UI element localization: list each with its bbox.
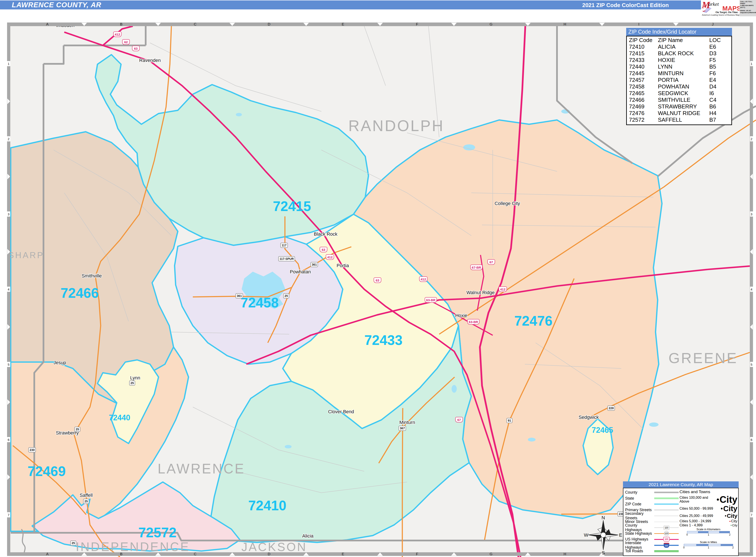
zip-index-table: ZIP Code Index/Grid Locator ZIP Code ZIP… [626,28,732,125]
cell-zip: 72457 [629,77,658,83]
us-highway-shield: 67-BR [470,265,483,270]
cell-loc: D4 [709,83,726,90]
state-highway-shield: 117-SPUR [278,256,295,261]
county-label-jackson: JACKSON [241,540,307,554]
zip-label-72410: 72410 [248,498,286,513]
town-label-clover-bend: Clover Bend [328,409,354,414]
cell-loc: E4 [709,77,726,83]
county-label-sharp: SHARP [8,251,44,260]
city-class-label: Cities 1 - 4,999 [679,523,703,527]
shield-number: 63 [322,248,325,252]
compass-e-label: E [619,532,622,538]
grid-letter: E [342,22,344,26]
zip-label-72466: 72466 [61,285,99,301]
table-row: 72445MINTURNF6 [629,70,729,77]
city-class-row: Cities 5,000 - 24,999City [679,519,737,523]
zip-index-header-row: ZIP Code ZIP Name LOC [629,37,729,43]
grid-letter: B [120,22,122,26]
map-legend: 2021 Lawrence County, AR Map County Stat… [623,481,739,555]
state-highway-shield: 230 [28,447,36,452]
table-row: 72466SMITHVILLEC4 [629,97,729,103]
city-dot-icon [729,521,730,522]
town-label-black-rock: Black Rock [314,231,338,237]
us-highway-shield: 412 [419,276,427,282]
state-highway-shield: 25 [283,293,289,298]
scale-mi-title: Scale in Miles [684,540,733,544]
zip-index-title: ZIP Code Index/Grid Locator [626,28,732,36]
cell-loc: H4 [709,110,726,117]
grid-number: 5 [8,363,9,367]
us-highway-shield: 62 [122,39,130,45]
legend-item-county: County [625,490,679,495]
table-row: 72465SEDGWICKI6 [629,90,729,97]
city-class-row: Cities 1 - 4,999City [679,523,737,527]
cell-zip: 72466 [629,97,658,103]
grid-letter: J [712,22,714,26]
shield-number: 361 [237,294,242,298]
city-class-label: Cities 25,000 - 49,999 [679,514,713,518]
city-class-row: Cities 25,000 - 49,999City [679,512,737,519]
shield-number: 67 [457,418,461,421]
logo-tagline: On Target. On Time. [716,11,738,14]
us-highway-shield: 412 [113,31,121,37]
shield-number: 412 [327,255,332,259]
grid-letter: B [120,552,122,556]
us-highway-shield: 63-BR [467,319,479,325]
state-highway-shield: 117 [281,243,288,248]
cell-name: SAFFELL [658,117,709,123]
scale-tick: 0 [687,533,688,536]
town-label-minturn: Minturn [399,420,415,425]
contact-call-label: CALL US TOLL FREE! [740,1,755,4]
city-dot-icon [721,508,723,509]
grid-number: 6 [8,438,9,442]
table-row: 72410ALICIAE6 [629,43,729,50]
town-label-lynn: Lynn [130,375,140,380]
city-class-label: Cities 50,000 - 99,999 [679,507,713,510]
grid-letter: D [268,22,270,26]
legend-label: Toll Roads [625,549,654,553]
city-dot-icon [725,515,726,517]
grid-letter: C [194,22,197,26]
grid-letter: A [46,552,49,556]
compass-n-label: N [602,515,605,520]
town-label-powhatan: Powhatan [290,269,311,274]
grid-number: 1 [751,62,752,65]
cities-and-towns-header: Cities and Towns [679,490,737,494]
grid-letter: G [490,552,492,556]
legend-label: State Highways [625,531,654,536]
shield-number: 91 [508,419,511,422]
shield-number: 367 [400,427,405,430]
shield-number: 412 [115,33,120,36]
contact-email: mapsales@MarketMAPS.com [740,11,755,13]
legend-item-toll-roads: Toll Roads [625,548,679,554]
zip-label-72415: 72415 [273,199,311,214]
city-dot-icon [717,499,719,501]
table-row: 72415BLACK ROCKD3 [629,50,729,57]
us-highway-shield: 67 [455,417,463,422]
us-highway-shield: 63 [374,277,381,283]
shield-number: 63-BR [426,298,435,302]
scale-kilometers: Scale in Kilometers 012 [687,528,730,536]
legend-item-zip: ZIP Code [625,501,679,507]
grid-letter: F [416,552,418,556]
town-label-jesup: Jesup [54,360,66,365]
us-highway-shield: 63 [320,247,327,252]
state-highway-shield: 25 [70,540,76,546]
us-highway-shield: 63 [132,46,140,51]
state-highway-shield: 361 [235,293,243,298]
county-highway-shield-icon: 123 [664,526,669,530]
shield-number: 412 [500,288,505,291]
table-row: 72433HOXIEF5 [629,57,729,63]
shield-number: 25 [130,381,134,385]
county-label-greene: GREENE [668,350,737,366]
city-dot-icon [731,525,732,526]
grid-number: 2 [751,137,752,141]
table-row: 72458POWHATAND4 [629,83,729,90]
legend-item-state-highways: State Highways123 [625,531,679,536]
shield-number: 117-SPUR [280,257,294,261]
state-highway-shield: 367 [399,426,406,431]
compass-w-label: W [584,532,588,538]
town-label-sedgwick: Sedgwick [579,414,599,420]
table-row: 72476WALNUT RIDGEH4 [629,110,729,117]
cell-name: HOXIE [658,57,709,63]
